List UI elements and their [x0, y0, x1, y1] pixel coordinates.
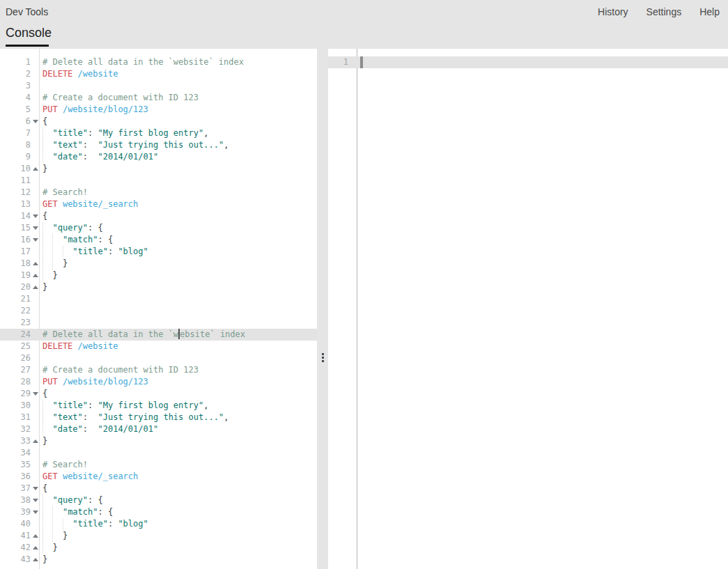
line-gutter[interactable]: 11: [0, 175, 40, 187]
code-line-content[interactable]: {: [40, 388, 317, 400]
line-gutter[interactable]: 9: [0, 151, 40, 163]
tab-console[interactable]: Console: [6, 26, 52, 40]
fold-open-icon[interactable]: [31, 392, 40, 396]
code-line-content[interactable]: [40, 317, 317, 329]
line-gutter[interactable]: 38: [0, 494, 40, 506]
code-line-content[interactable]: }: [40, 163, 317, 175]
line-gutter[interactable]: 28: [0, 376, 40, 388]
line-gutter[interactable]: 14: [0, 210, 40, 222]
line-gutter[interactable]: 31: [0, 412, 40, 423]
code-line-content[interactable]: [40, 352, 317, 364]
code-line-content[interactable]: }: [40, 554, 317, 566]
line-gutter[interactable]: 22: [0, 305, 40, 317]
line-gutter[interactable]: 12: [0, 187, 40, 198]
code-line-content[interactable]: "match": {: [40, 234, 317, 246]
fold-open-icon[interactable]: [31, 120, 40, 123]
line-gutter[interactable]: 5: [0, 104, 40, 116]
code-line-content[interactable]: [40, 175, 317, 187]
code-line-content[interactable]: PUT /website/blog/123: [40, 104, 317, 116]
line-gutter[interactable]: 40: [0, 518, 40, 530]
code-line-content[interactable]: # Delete all data in the `website` index: [40, 329, 317, 341]
fold-open-icon[interactable]: [31, 499, 40, 502]
line-gutter[interactable]: 10: [0, 163, 40, 175]
line-gutter[interactable]: 36: [0, 471, 40, 483]
fold-open-icon[interactable]: [31, 510, 40, 514]
line-gutter[interactable]: 1: [0, 56, 40, 68]
response-editor[interactable]: 1: [328, 49, 728, 569]
fold-close-icon[interactable]: [31, 534, 40, 538]
code-line-content[interactable]: "text": "Just trying this out...",: [40, 139, 317, 151]
code-line-content[interactable]: {: [40, 210, 317, 222]
code-line-content[interactable]: {: [40, 116, 317, 127]
fold-open-icon[interactable]: [31, 215, 40, 218]
code-line-content[interactable]: PUT /website/blog/123: [40, 376, 317, 388]
code-line-content[interactable]: "title": "blog": [40, 246, 317, 258]
line-gutter[interactable]: 32: [0, 423, 40, 435]
fold-open-icon[interactable]: [31, 238, 40, 242]
code-line-content[interactable]: "title": "blog": [40, 518, 317, 530]
code-line-content[interactable]: # Delete all data in the `website` index: [40, 56, 317, 68]
line-gutter[interactable]: 21: [0, 293, 40, 305]
code-line-content[interactable]: "match": {: [40, 506, 317, 518]
nav-help[interactable]: Help: [699, 6, 720, 17]
line-gutter[interactable]: 42: [0, 542, 40, 554]
fold-close-icon[interactable]: [31, 546, 40, 549]
code-line-content[interactable]: }: [40, 270, 317, 281]
line-gutter[interactable]: 2: [0, 68, 40, 80]
code-line-content[interactable]: # Search!: [40, 459, 317, 471]
line-gutter[interactable]: 37: [0, 483, 40, 494]
line-gutter[interactable]: 41: [0, 530, 40, 542]
code-line-content[interactable]: "text": "Just trying this out...",: [40, 412, 317, 423]
code-line-content[interactable]: # Create a document with ID 123: [40, 364, 317, 376]
code-line-content[interactable]: "title": "My first blog entry",: [40, 400, 317, 412]
code-line-content[interactable]: [40, 447, 317, 459]
line-gutter[interactable]: 34: [0, 447, 40, 459]
nav-settings[interactable]: Settings: [646, 6, 682, 17]
line-gutter[interactable]: 43: [0, 554, 40, 566]
line-gutter[interactable]: 17: [0, 246, 40, 258]
code-line-content[interactable]: DELETE /website: [40, 68, 317, 80]
code-line-content[interactable]: [40, 80, 317, 92]
line-gutter[interactable]: 19: [0, 270, 40, 281]
line-gutter[interactable]: 8: [0, 139, 40, 151]
fold-close-icon[interactable]: [31, 286, 40, 289]
code-line-content[interactable]: "date": "2014/01/01": [40, 151, 317, 163]
line-gutter[interactable]: 33: [0, 435, 40, 447]
code-line-content[interactable]: "query": {: [40, 494, 317, 506]
line-gutter[interactable]: 4: [0, 92, 40, 104]
line-gutter[interactable]: 15: [0, 222, 40, 234]
line-gutter[interactable]: 23: [0, 317, 40, 329]
code-line-content[interactable]: GET website/_search: [40, 471, 317, 483]
code-line-content[interactable]: }: [40, 530, 317, 542]
code-line-content[interactable]: [357, 56, 728, 68]
code-line-content[interactable]: "title": "My first blog entry",: [40, 127, 317, 139]
line-gutter[interactable]: 3: [0, 80, 40, 92]
code-line-content[interactable]: }: [40, 281, 317, 293]
line-gutter[interactable]: 16: [0, 234, 40, 246]
line-gutter[interactable]: 20: [0, 281, 40, 293]
code-line-content[interactable]: {: [40, 483, 317, 494]
code-line-content[interactable]: GET website/_search: [40, 198, 317, 210]
line-gutter[interactable]: 39: [0, 506, 40, 518]
code-line-content[interactable]: "query": {: [40, 222, 317, 234]
code-line-content[interactable]: }: [40, 435, 317, 447]
line-gutter[interactable]: 13: [0, 198, 40, 210]
fold-close-icon[interactable]: [31, 439, 40, 443]
code-line-content[interactable]: }: [40, 258, 317, 270]
line-gutter[interactable]: 30: [0, 400, 40, 412]
fold-close-icon[interactable]: [31, 274, 40, 277]
line-gutter[interactable]: 26: [0, 352, 40, 364]
fold-close-icon[interactable]: [31, 262, 40, 265]
line-gutter[interactable]: 25: [0, 341, 40, 352]
code-line-content[interactable]: "date": "2014/01/01": [40, 423, 317, 435]
code-line-content[interactable]: }: [40, 542, 317, 554]
code-line-content[interactable]: DELETE /website: [40, 341, 317, 352]
code-line-content[interactable]: [40, 293, 317, 305]
pane-resizer[interactable]: [317, 49, 328, 569]
line-gutter[interactable]: 6: [0, 116, 40, 127]
line-gutter[interactable]: 1: [328, 56, 357, 68]
code-line-content[interactable]: # Create a document with ID 123: [40, 92, 317, 104]
fold-close-icon[interactable]: [31, 558, 40, 561]
nav-history[interactable]: History: [598, 6, 628, 17]
request-editor[interactable]: 1# Delete all data in the `website` inde…: [0, 49, 317, 569]
